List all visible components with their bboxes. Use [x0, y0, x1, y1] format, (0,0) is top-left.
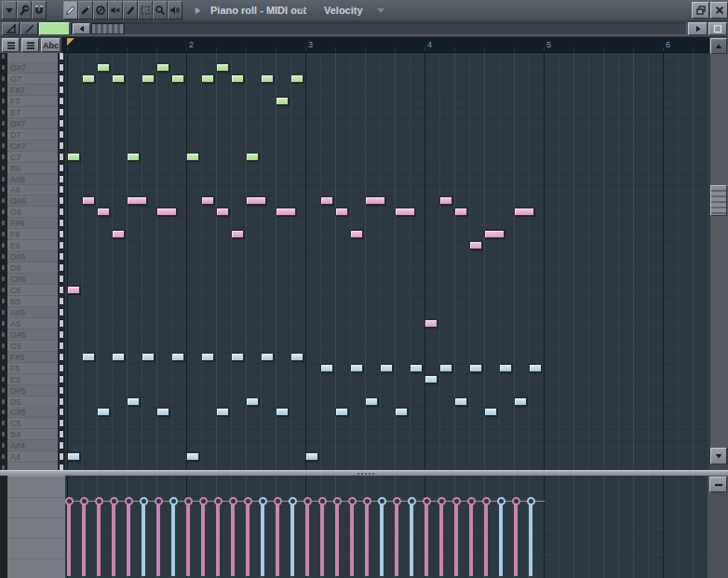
- mini-key[interactable]: [59, 408, 64, 416]
- velocity-handle[interactable]: [318, 497, 327, 505]
- midi-note-a4[interactable]: [67, 452, 80, 461]
- key-row[interactable]: G#7: [7, 62, 58, 74]
- velocity-handle[interactable]: [259, 497, 267, 505]
- slice-button[interactable]: [123, 1, 138, 20]
- mini-key[interactable]: [59, 275, 64, 283]
- velocity-handle[interactable]: [378, 497, 386, 505]
- midi-note-f5[interactable]: [410, 364, 423, 372]
- velocity-handle[interactable]: [289, 497, 297, 505]
- velocity-handle[interactable]: [95, 497, 103, 505]
- velocity-stem[interactable]: [484, 504, 488, 576]
- midi-note-cs5[interactable]: [156, 408, 169, 416]
- velocity-stem[interactable]: [380, 504, 384, 576]
- velocity-stem[interactable]: [156, 504, 160, 576]
- mini-key[interactable]: [59, 286, 64, 294]
- key-row[interactable]: C#6: [7, 274, 58, 285]
- midi-note-g7[interactable]: [112, 74, 125, 83]
- horizontal-scrollbar[interactable]: [71, 22, 687, 35]
- key-row[interactable]: B4: [7, 429, 58, 440]
- velocity-stem[interactable]: [395, 504, 398, 576]
- key-row[interactable]: A#6: [7, 174, 58, 185]
- key-row[interactable]: D#7: [7, 118, 58, 129]
- midi-note-f5[interactable]: [320, 364, 333, 372]
- midi-note-f6[interactable]: [484, 230, 505, 238]
- velocity-stem[interactable]: [231, 504, 235, 576]
- vertical-scrollbar-track[interactable]: [709, 54, 728, 448]
- midi-note-cs5[interactable]: [97, 408, 110, 416]
- mini-key[interactable]: [59, 108, 64, 116]
- mini-key[interactable]: [59, 263, 64, 272]
- velocity-stem[interactable]: [67, 504, 71, 576]
- midi-note-g6[interactable]: [335, 208, 348, 216]
- mini-key[interactable]: [59, 86, 64, 94]
- velocity-stem[interactable]: [246, 504, 249, 576]
- playback-button[interactable]: [168, 1, 182, 20]
- velocity-handle[interactable]: [512, 497, 520, 505]
- midi-note-c7[interactable]: [186, 153, 199, 161]
- midi-note-cs5[interactable]: [484, 408, 497, 416]
- key-row[interactable]: C5: [7, 418, 58, 429]
- note-color-swatch[interactable]: [39, 22, 70, 35]
- mini-key[interactable]: [59, 441, 64, 450]
- key-row[interactable]: F#6: [7, 218, 58, 229]
- midi-note-g6[interactable]: [454, 208, 467, 216]
- key-row[interactable]: F7: [7, 96, 58, 107]
- velocity-stem[interactable]: [290, 504, 294, 576]
- velocity-handle[interactable]: [482, 497, 491, 505]
- velocity-handle[interactable]: [140, 497, 148, 505]
- velocity-stem[interactable]: [454, 504, 458, 576]
- key-row[interactable]: C6: [7, 285, 58, 296]
- midi-note-g6[interactable]: [276, 208, 296, 216]
- midi-note-gs6[interactable]: [365, 196, 385, 205]
- detach-window-button[interactable]: [692, 2, 709, 19]
- velocity-stem[interactable]: [499, 504, 503, 576]
- midi-note-d5[interactable]: [246, 397, 259, 406]
- velocity-handle[interactable]: [274, 497, 282, 505]
- mute-button[interactable]: [108, 1, 123, 20]
- midi-note-cs5[interactable]: [395, 408, 408, 416]
- velocity-stem[interactable]: [261, 504, 264, 576]
- velocity-handle[interactable]: [110, 497, 118, 505]
- key-row[interactable]: G5: [7, 341, 58, 352]
- key-row[interactable]: A6: [7, 184, 58, 195]
- midi-note-fs5[interactable]: [261, 353, 274, 361]
- key-row[interactable]: D#6: [7, 251, 58, 262]
- key-row[interactable]: B5: [7, 296, 58, 307]
- midi-note-a5[interactable]: [425, 319, 438, 328]
- mini-key[interactable]: [59, 63, 64, 72]
- key-row[interactable]: D#5: [7, 385, 58, 397]
- scroll-down-button[interactable]: [710, 448, 727, 464]
- velocity-stem[interactable]: [112, 504, 115, 576]
- midi-note-c7[interactable]: [67, 153, 80, 161]
- slide-button[interactable]: [2, 22, 20, 35]
- velocity-handle[interactable]: [348, 497, 357, 505]
- midi-note-a4[interactable]: [305, 452, 318, 461]
- midi-note-g6[interactable]: [97, 208, 110, 216]
- velocity-handle[interactable]: [393, 497, 401, 505]
- mini-key[interactable]: [59, 141, 64, 150]
- midi-note-e5[interactable]: [425, 375, 438, 383]
- velocity-stem[interactable]: [425, 504, 428, 576]
- velocity-handle[interactable]: [363, 497, 371, 505]
- velocity-handle[interactable]: [497, 497, 506, 505]
- velocity-stem[interactable]: [410, 504, 413, 576]
- key-row[interactable]: A5: [7, 318, 58, 329]
- velocity-stem[interactable]: [529, 504, 533, 576]
- velocity-stem[interactable]: [514, 504, 518, 576]
- key-row[interactable]: G#5: [7, 329, 58, 341]
- note-grid[interactable]: [65, 53, 709, 470]
- midi-note-g6[interactable]: [216, 208, 229, 216]
- mini-key[interactable]: [59, 219, 64, 227]
- velocity-stem[interactable]: [201, 504, 205, 576]
- velocity-stem[interactable]: [335, 504, 339, 576]
- mini-keys-column[interactable]: [58, 53, 65, 470]
- midi-note-gs6[interactable]: [439, 196, 452, 205]
- midi-note-gs6[interactable]: [127, 196, 147, 205]
- midi-note-g7[interactable]: [201, 74, 214, 83]
- keyboard-column[interactable]: G#7G7F#7F7E7D#7D7C#7C7B6A#6A6G#6G6F#6F6E…: [7, 53, 58, 470]
- mini-key[interactable]: [59, 175, 64, 183]
- midi-note-fs5[interactable]: [112, 353, 125, 361]
- key-row[interactable]: D5: [7, 397, 58, 408]
- velocity-stem[interactable]: [439, 504, 443, 576]
- velocity-handle[interactable]: [408, 497, 416, 505]
